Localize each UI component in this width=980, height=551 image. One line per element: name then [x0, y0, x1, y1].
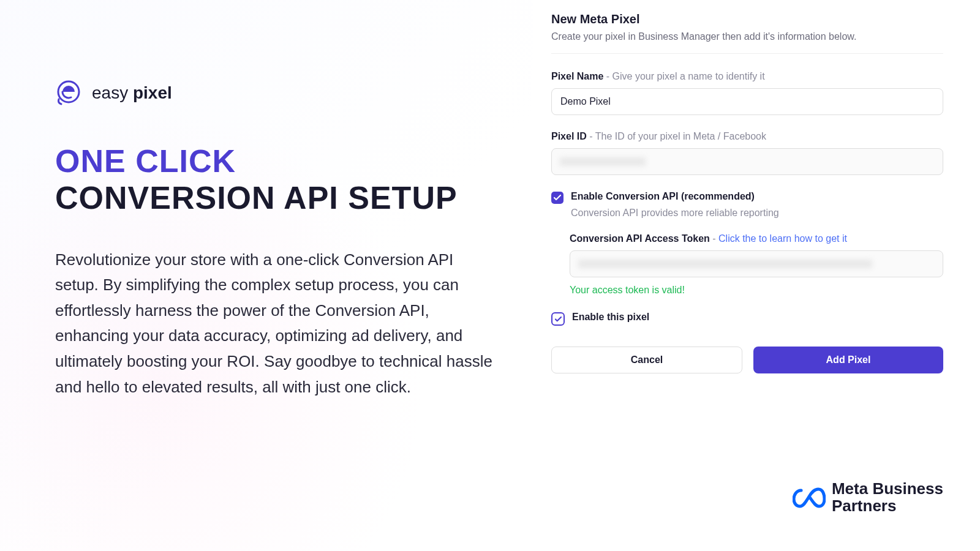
enable-pixel-row: Enable this pixel: [551, 312, 943, 326]
check-icon: [554, 195, 561, 201]
meta-logo-icon: [793, 487, 826, 509]
pixel-id-group: Pixel ID - The ID of your pixel in Meta …: [551, 131, 943, 175]
cancel-button[interactable]: Cancel: [551, 347, 742, 373]
logo-text: easy pixel: [92, 83, 172, 103]
blurred-placeholder: [578, 260, 872, 268]
form-subtitle: Create your pixel in Business Manager th…: [551, 31, 943, 42]
pixel-name-input[interactable]: [551, 88, 943, 115]
enable-pixel-label: Enable this pixel: [572, 312, 649, 323]
form-panel: New Meta Pixel Create your pixel in Busi…: [533, 0, 980, 551]
pixel-id-label: Pixel ID: [551, 131, 587, 141]
enable-pixel-checkbox[interactable]: [551, 312, 565, 326]
pixel-name-group: Pixel Name - Give your pixel a name to i…: [551, 71, 943, 115]
meta-partner-badge: Meta Business Partners: [793, 481, 943, 514]
marketing-panel: easy pixel ONE CLICK CONVERSION API SETU…: [0, 0, 533, 551]
token-valid-message: Your access token is valid!: [570, 285, 943, 296]
capi-token-group: Conversion API Access Token - Click the …: [570, 233, 943, 296]
headline-accent: ONE CLICK: [55, 143, 502, 180]
divider: [551, 53, 943, 54]
button-row: Cancel Add Pixel: [551, 347, 943, 373]
logo: easy pixel: [55, 80, 502, 107]
meta-partner-text: Meta Business Partners: [832, 481, 943, 514]
description-text: Revolutionize your store with a one-clic…: [55, 247, 496, 400]
enable-capi-row: Enable Conversion API (recommended): [551, 191, 943, 204]
capi-token-hint-prefix: -: [710, 233, 718, 244]
capi-token-label: Conversion API Access Token: [570, 233, 710, 244]
enable-capi-label: Enable Conversion API (recommended): [571, 191, 755, 202]
enable-capi-checkbox[interactable]: [551, 192, 564, 204]
check-icon: [555, 317, 562, 322]
pixel-name-hint: - Give your pixel a name to identify it: [603, 71, 764, 81]
add-pixel-button[interactable]: Add Pixel: [753, 347, 943, 373]
enable-capi-sub: Conversion API provides more reliable re…: [571, 208, 943, 219]
headline-main: CONVERSION API SETUP: [55, 180, 502, 217]
easy-pixel-logo-icon: [55, 80, 82, 107]
pixel-id-hint: - The ID of your pixel in Meta / Faceboo…: [587, 131, 766, 141]
pixel-name-label: Pixel Name: [551, 71, 603, 81]
form-title: New Meta Pixel: [551, 12, 943, 26]
blurred-placeholder: [560, 157, 646, 166]
capi-token-help-link[interactable]: Click the to learn how to get it: [718, 233, 847, 244]
